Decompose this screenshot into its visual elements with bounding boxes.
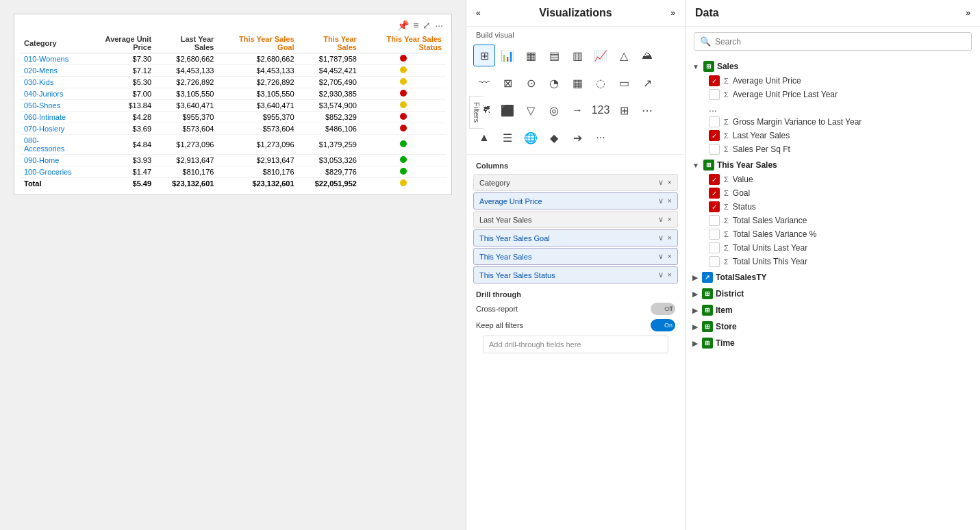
item-checkbox[interactable] [709,242,720,253]
tree-item[interactable]: Σ Total Sales Variance % [686,227,980,241]
viz-icon-menu2[interactable]: ☰ [497,127,518,149]
item-checkbox[interactable] [709,215,720,226]
column-pill[interactable]: This Year Sales ∨ × [473,248,678,265]
tree-group-header-Store[interactable]: ▶ ⊞ Store [686,319,980,334]
search-input[interactable] [715,37,966,47]
viz-icon-line[interactable]: 📈 [590,45,612,66]
viz-icon-funnel[interactable]: ▽ [520,99,542,121]
viz-icon-gauge[interactable]: ◌ [590,72,612,94]
tree-group-header-District[interactable]: ▶ ⊞ District [686,286,980,301]
viz-icon-area[interactable]: △ [613,45,635,66]
tree-item[interactable]: Σ Total Units Last Year [686,241,980,255]
viz-icon-clustered-bar[interactable]: ▦ [520,45,542,66]
pin-icon[interactable]: 📌 [397,20,409,31]
viz-icon-triangle[interactable]: ▲ [473,127,495,149]
pill-close-icon[interactable]: × [668,234,672,242]
total-last-year: $23,132,601 [155,178,218,190]
pill-close-icon[interactable]: × [668,215,672,224]
item-checkbox[interactable]: ✓ [709,188,720,199]
tree-item[interactable]: Σ Sales Per Sq Ft [686,142,980,156]
viz-icon-arrow-r[interactable]: ➔ [566,127,588,149]
viz-icon-row-1: ⊞ 📊 ▦ ▤ ▥ 📈 △ ⛰ [466,42,685,69]
cross-report-toggle[interactable]: Off [651,303,675,315]
item-checkbox[interactable] [709,229,720,240]
chevron-icon: ▶ [692,340,698,347]
column-pill[interactable]: Average Unit Price ∨ × [473,192,678,210]
pill-close-icon[interactable]: × [668,270,672,279]
viz-icon-line-area[interactable]: 〰 [473,72,495,94]
item-label: Sales Per Sq Ft [733,144,790,154]
viz-icon-treemap[interactable]: ▦ [566,72,588,94]
pill-close-icon[interactable]: × [668,252,672,261]
viz-icon-waterfall[interactable]: ⊠ [497,72,518,94]
tree-group-header-Item[interactable]: ▶ ⊞ Item [686,303,980,318]
viz-icon-globe[interactable]: 🌐 [520,127,542,149]
viz-icon-kpi[interactable]: ↗ [636,72,658,94]
columns-label: Columns [466,157,685,173]
tree-group-header-ThisYearSales[interactable]: ▼ ⊞ This Year Sales [686,157,980,173]
viz-icon-mountain[interactable]: ⛰ [636,45,658,66]
item-checkbox[interactable] [709,89,720,100]
tree-item[interactable]: ✓ Σ Goal [686,186,980,200]
cell-avg-price: $4.28 [83,112,155,123]
tree-item[interactable]: Σ Gross Margin Variance to Last Year [686,115,980,129]
tree-item[interactable]: ✓ Σ Last Year Sales [686,129,980,142]
tree-item[interactable]: ✓ Σ Value [686,173,980,186]
item-checkbox[interactable]: ✓ [709,130,720,141]
drill-through-label: Drill through [476,290,675,299]
cell-category: 080-Accessories [20,135,83,155]
column-pill[interactable]: Last Year Sales ∨ × [473,211,678,228]
focus-icon[interactable]: ⤢ [423,20,431,31]
item-checkbox[interactable] [709,116,720,127]
cell-last-year: $2,726,892 [155,77,218,88]
trend-icon: ↗ [702,272,713,283]
cell-avg-price: $13.84 [83,100,155,112]
tree-item[interactable]: ✓ Σ Status [686,200,980,214]
add-drill-field[interactable]: Add drill-through fields here [483,336,668,353]
format-icon[interactable]: ≡ [413,20,418,31]
tree-group-header-Sales[interactable]: ▼ ⊞ Sales [686,59,980,74]
viz-icon-diamond[interactable]: ◆ [543,127,565,149]
item-checkbox[interactable]: ✓ [709,174,720,185]
tree-item[interactable]: Σ Total Sales Variance [686,214,980,227]
pill-close-icon[interactable]: × [668,197,672,205]
column-pill[interactable]: This Year Sales Goal ∨ × [473,229,678,247]
item-checkbox[interactable] [709,144,720,155]
tree-group-header-Time[interactable]: ▶ ⊞ Time [686,336,980,351]
viz-icon-filled-map[interactable]: ⬛ [497,99,518,121]
filters-tab[interactable]: Filters [469,96,483,129]
item-checkbox[interactable] [709,256,720,267]
viz-icon-arrow[interactable]: → [566,99,588,121]
viz-icon-gauge2[interactable]: ◎ [543,99,565,121]
column-pill[interactable]: This Year Sales Status ∨ × [473,266,678,283]
more-icon[interactable]: ··· [435,20,443,31]
viz-collapse-left[interactable]: « [476,8,481,18]
search-box[interactable]: 🔍 [694,32,972,51]
viz-icon-pie[interactable]: ◔ [543,72,565,94]
tree-item[interactable]: Σ Total Units This Year [686,255,980,268]
viz-icon-table[interactable]: ⊞ [473,45,495,66]
item-checkbox[interactable]: ✓ [709,201,720,212]
column-pill[interactable]: Category ∨ × [473,174,678,191]
viz-icon-stacked-bar[interactable]: ▤ [543,45,565,66]
sigma-icon: Σ [724,175,729,184]
tree-item[interactable]: Σ Average Unit Price Last Year [686,88,980,101]
pill-close-icon[interactable]: × [668,178,672,187]
viz-icon-stacked-bar-h[interactable]: ▥ [566,45,588,66]
tree-item[interactable]: ✓ Σ Average Unit Price [686,74,980,88]
tree-group-header-TotalSalesTY[interactable]: ▶ ↗ TotalSalesTY [686,270,980,285]
sigma-icon: Σ [724,90,729,99]
viz-icon-grid2[interactable]: ⊞ [613,99,635,121]
viz-icon-r4[interactable]: ⋯ [636,99,658,121]
data-expand-right[interactable]: » [966,8,970,18]
viz-icon-scatter[interactable]: ⊙ [520,72,542,94]
viz-icon-bar[interactable]: 📊 [497,45,518,66]
viz-icon-card[interactable]: ▭ [613,72,635,94]
viz-expand-right[interactable]: » [670,8,675,18]
tree-group-Item: ▶ ⊞ Item [686,303,980,318]
cell-ty-goal: $2,726,892 [218,77,298,88]
viz-icon-more-r4[interactable]: ··· [590,127,612,149]
keep-filters-toggle[interactable]: On [651,319,675,331]
viz-icon-123[interactable]: 123 [590,99,612,121]
item-checkbox[interactable]: ✓ [709,75,720,86]
